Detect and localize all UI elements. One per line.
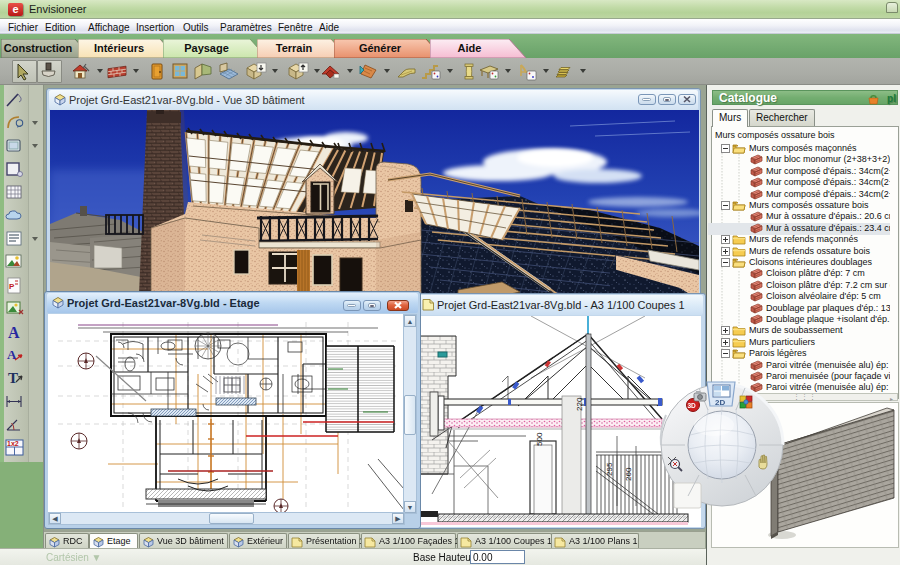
svg-text:1x2: 1x2 bbox=[7, 440, 19, 447]
svg-text:3D: 3D bbox=[688, 402, 697, 409]
svg-text:T: T bbox=[8, 370, 18, 386]
svg-text:500: 500 bbox=[535, 432, 544, 446]
svg-text:A: A bbox=[8, 324, 20, 341]
svg-text:2D: 2D bbox=[715, 398, 725, 407]
svg-text:220: 220 bbox=[575, 397, 584, 411]
svg-text:260: 260 bbox=[624, 467, 633, 481]
svg-text:P: P bbox=[9, 282, 15, 291]
svg-text:295: 295 bbox=[605, 462, 614, 476]
